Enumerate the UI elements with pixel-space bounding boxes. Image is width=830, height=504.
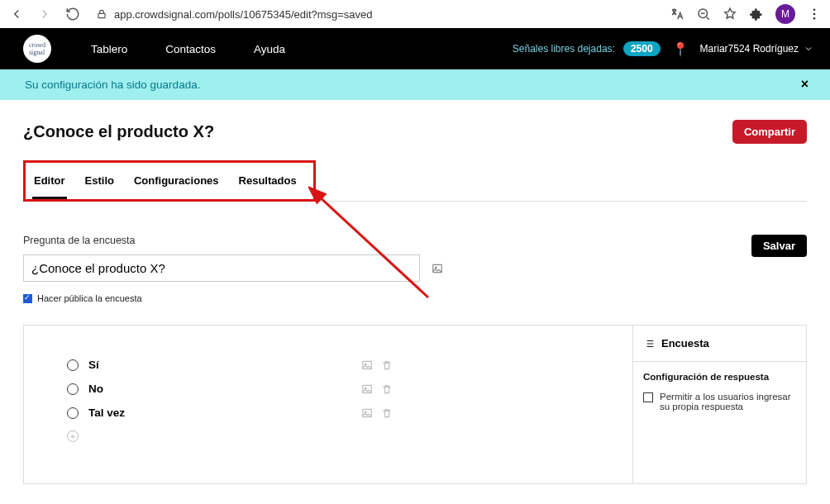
image-icon[interactable] [432,263,443,274]
browser-forward-button[interactable] [33,2,56,26]
allow-own-answer-label: Permitir a los usuarios ingresar su prop… [660,392,796,411]
chevron-down-icon [804,44,813,54]
svg-point-6 [435,266,436,268]
signals-count[interactable]: 2500 [623,41,661,56]
tab-estilo[interactable]: Estilo [83,168,116,199]
browser-menu-icon[interactable] [807,7,822,21]
user-menu[interactable]: Mariar7524 Rodríguez [700,43,813,55]
browser-url-text: app.crowdsignal.com/polls/10675345/edit?… [114,8,373,21]
svg-point-4 [813,17,816,20]
image-icon[interactable] [361,383,373,395]
nav-contactos[interactable]: Contactos [165,43,216,55]
translate-icon[interactable] [670,7,685,21]
answer-text: No [88,383,103,395]
trash-icon[interactable] [381,407,393,419]
browser-back-button[interactable] [5,2,28,26]
close-banner-button[interactable]: × [801,77,809,92]
banner-msg: Su configuración ha sido guardada. [25,78,200,91]
public-label: Hacer pública la encuesta [37,293,142,303]
browser-profile-avatar[interactable]: M [775,4,795,24]
page-title: ¿Conoce el producto X? [23,122,214,141]
extensions-icon[interactable] [749,7,764,21]
zoom-out-icon[interactable] [696,7,711,21]
app-logo[interactable]: crowdsignal [23,35,51,63]
svg-point-8 [365,363,366,364]
signals-label: Señales libres dejadas: [513,43,615,55]
svg-point-3 [813,13,816,16]
answer-row[interactable]: Tal vez [67,407,632,419]
bookmark-star-icon[interactable] [723,7,737,21]
tabs-region: Editor Estilo Configuraciones Resultados [23,160,807,202]
user-name: Mariar7524 Rodríguez [700,43,799,55]
tab-configuraciones[interactable]: Configuraciones [132,168,221,199]
answer-row[interactable]: No [67,383,632,395]
allow-own-answer-checkbox[interactable] [643,392,653,402]
svg-rect-0 [98,13,105,17]
answer-text: Sí [88,359,99,371]
answer-text: Tal vez [88,407,125,419]
trash-icon[interactable] [381,383,393,395]
save-button[interactable]: Salvar [751,235,807,257]
app-nav: Tablero Contactos Ayuda [91,43,285,55]
browser-reload-button[interactable] [61,2,84,26]
radio-icon [67,407,79,419]
add-answer-button[interactable]: + [67,430,79,442]
browser-toolbar: app.crowdsignal.com/polls/10675345/edit?… [0,0,830,28]
radio-icon [67,383,79,395]
trash-icon[interactable] [381,359,393,371]
image-icon[interactable] [361,359,373,371]
svg-point-2 [813,8,816,11]
nav-ayuda[interactable]: Ayuda [254,43,285,55]
browser-url-bar[interactable]: app.crowdsignal.com/polls/10675345/edit?… [89,8,665,21]
svg-point-12 [365,411,366,412]
tab-editor[interactable]: Editor [32,168,67,199]
app-header: crowdsignal Tablero Contactos Ayuda Seña… [0,28,830,69]
question-field-label: Pregunta de la encuesta [23,235,751,246]
poll-panel: Sí No Tal vez [23,325,807,484]
tab-resultados[interactable]: Resultados [237,168,298,199]
question-input[interactable] [23,254,420,282]
nav-tablero[interactable]: Tablero [91,43,127,55]
share-button[interactable]: Compartir [732,120,807,144]
answers-list: Sí No Tal vez [24,326,632,483]
sidebar-head-text: Encuesta [661,337,709,349]
save-banner: Su configuración ha sido guardada. × [0,69,830,100]
image-icon[interactable] [361,407,373,419]
poll-sidebar: Encuesta Configuración de respuesta Perm… [632,326,806,483]
tabs-annotation-box: Editor Estilo Configuraciones Resultados [23,160,316,202]
browser-right-icons: M [670,4,825,24]
svg-point-10 [365,387,366,388]
public-checkbox[interactable] [23,294,32,303]
answer-row[interactable]: Sí [67,359,632,371]
page-content: ¿Conoce el producto X? Compartir Editor … [0,100,830,484]
pin-icon[interactable]: 📍 [669,41,692,57]
sidebar-subhead: Configuración de respuesta [633,362,806,392]
lock-icon [96,8,107,20]
radio-icon [67,359,79,371]
list-icon [643,338,655,349]
